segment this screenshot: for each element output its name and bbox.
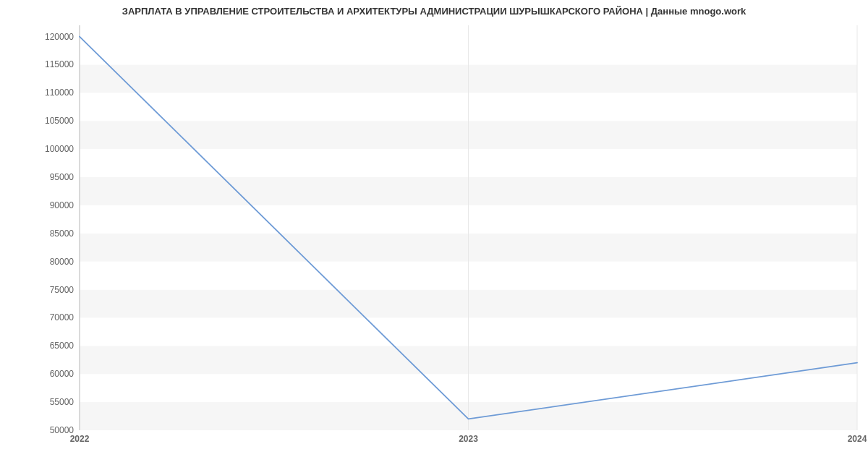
y-tick-label: 70000 (50, 312, 74, 322)
y-tick-label: 105000 (45, 116, 74, 126)
x-tick-label: 2024 (848, 434, 867, 444)
chart-title: ЗАРПЛАТА В УПРАВЛЕНИЕ СТРОИТЕЛЬСТВА И АР… (0, 6, 868, 17)
y-tick-label: 90000 (50, 200, 74, 210)
y-tick-label: 100000 (45, 144, 74, 154)
x-tick-label: 2023 (459, 434, 478, 444)
y-tick-label: 110000 (45, 87, 74, 98)
y-tick-label: 60000 (50, 369, 74, 379)
y-tick-label: 95000 (50, 172, 74, 182)
chart-svg (80, 25, 857, 430)
y-tick-label: 55000 (50, 397, 74, 407)
y-tick-label: 80000 (50, 257, 74, 267)
y-tick-label: 85000 (50, 228, 74, 239)
plot-area (80, 25, 857, 430)
y-tick-label: 75000 (50, 285, 74, 295)
y-tick-label: 65000 (50, 341, 74, 351)
chart-container: ЗАРПЛАТА В УПРАВЛЕНИЕ СТРОИТЕЛЬСТВА И АР… (0, 0, 868, 470)
x-tick-label: 2022 (70, 434, 90, 444)
y-tick-label: 120000 (45, 32, 74, 42)
y-tick-label: 115000 (45, 59, 74, 69)
